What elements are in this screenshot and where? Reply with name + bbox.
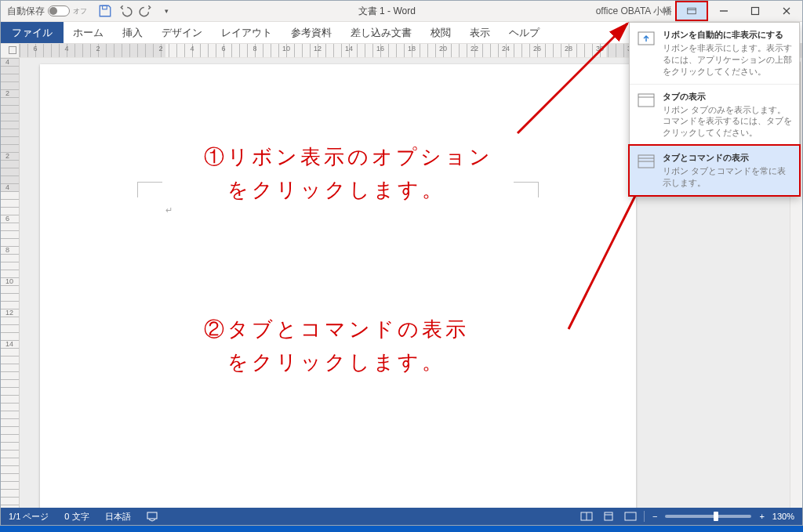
undo-icon[interactable] (118, 4, 133, 18)
svg-rect-1 (688, 8, 696, 14)
auto-hide-icon (636, 29, 656, 48)
option-desc: リボン タブとコマンドを常に表示します。 (663, 165, 793, 189)
tab-selector[interactable] (1, 44, 20, 57)
tab-help[interactable]: ヘルプ (500, 22, 549, 43)
tab-mailings[interactable]: 差し込み文書 (341, 22, 421, 43)
tab-review[interactable]: 校閲 (421, 22, 460, 43)
svg-rect-10 (605, 512, 612, 520)
zoom-out-button[interactable]: − (649, 512, 660, 521)
autosave-toggle[interactable]: 自動保存 オフ (1, 5, 93, 18)
maximize-button[interactable] (739, 1, 771, 21)
status-language[interactable]: 日本語 (97, 511, 139, 523)
svg-rect-0 (103, 5, 107, 9)
zoom-slider-knob[interactable] (714, 512, 718, 521)
document-title: 文書 1 - Word (178, 5, 596, 18)
svg-rect-12 (625, 512, 636, 520)
autosave-state: オフ (73, 6, 87, 16)
vertical-ruler[interactable]: 422468101214 (1, 58, 20, 508)
paragraph-mark-icon: ↵ (165, 205, 173, 215)
tab-file[interactable]: ファイル (1, 22, 64, 43)
tab-design[interactable]: デザイン (152, 22, 212, 43)
account-name[interactable]: office OBATA 小幡 (596, 5, 675, 18)
tab-view[interactable]: 表示 (460, 22, 500, 43)
margin-mark-icon (137, 182, 162, 197)
option-desc: リボンを非表示にします。表示するには、アプリケーションの上部をクリックしてくださ… (663, 42, 793, 78)
option-show-tabs-and-commands[interactable]: タブとコマンドの表示リボン タブとコマンドを常に表示します。 (630, 146, 799, 195)
status-spellcheck-icon[interactable] (139, 511, 165, 522)
option-title: タブの表示 (663, 91, 793, 103)
view-web-layout-icon[interactable] (622, 510, 639, 523)
margin-mark-icon (514, 182, 539, 197)
quick-access-toolbar: ▾ (93, 4, 178, 18)
tab-layout[interactable]: レイアウト (212, 22, 282, 43)
close-button[interactable] (771, 1, 802, 21)
option-title: リボンを自動的に非表示にする (663, 29, 793, 41)
minimize-button[interactable] (708, 1, 739, 21)
svg-rect-14 (638, 94, 654, 107)
toggle-switch-icon (48, 5, 70, 16)
zoom-in-button[interactable]: + (756, 512, 767, 521)
tab-references[interactable]: 参考資料 (282, 22, 341, 43)
show-tabs-commands-icon (636, 152, 656, 171)
ribbon-options-icon (687, 6, 696, 16)
window-buttons (675, 1, 802, 21)
title-bar: 自動保存 オフ ▾ 文書 1 - Word office OBATA 小幡 (1, 1, 802, 22)
ribbon-display-options-menu: リボンを自動的に非表示にするリボンを非表示にします。表示するには、アプリケーショ… (629, 22, 800, 196)
status-bar: 1/1 ページ 0 文字 日本語 − + 130% (1, 508, 802, 525)
view-read-mode-icon[interactable] (578, 510, 595, 523)
save-icon[interactable] (98, 4, 112, 18)
status-page[interactable]: 1/1 ページ (1, 511, 56, 523)
option-desc: リボン タブのみを表示します。コマンドを表示するには、タブをクリックしてください… (663, 104, 793, 139)
ribbon-display-options-button[interactable] (675, 1, 708, 21)
qat-more-icon[interactable]: ▾ (159, 4, 173, 18)
autosave-label: 自動保存 (7, 5, 45, 18)
tab-insert[interactable]: 挿入 (113, 22, 152, 43)
option-show-tabs[interactable]: タブの表示リボン タブのみを表示します。コマンドを表示するには、タブをクリックし… (630, 85, 799, 147)
svg-rect-7 (147, 512, 157, 519)
redo-icon[interactable] (139, 4, 153, 18)
tab-home[interactable]: ホーム (64, 22, 113, 43)
option-auto-hide-ribbon[interactable]: リボンを自動的に非表示にするリボンを非表示にします。表示するには、アプリケーショ… (630, 23, 799, 85)
page[interactable]: ↵ (40, 64, 636, 508)
zoom-slider[interactable] (665, 515, 751, 518)
svg-rect-4 (752, 8, 759, 15)
zoom-level[interactable]: 130% (772, 512, 794, 521)
status-word-count[interactable]: 0 文字 (56, 511, 96, 523)
option-title: タブとコマンドの表示 (663, 152, 793, 164)
view-print-layout-icon[interactable] (600, 510, 617, 523)
show-tabs-icon (636, 91, 656, 110)
